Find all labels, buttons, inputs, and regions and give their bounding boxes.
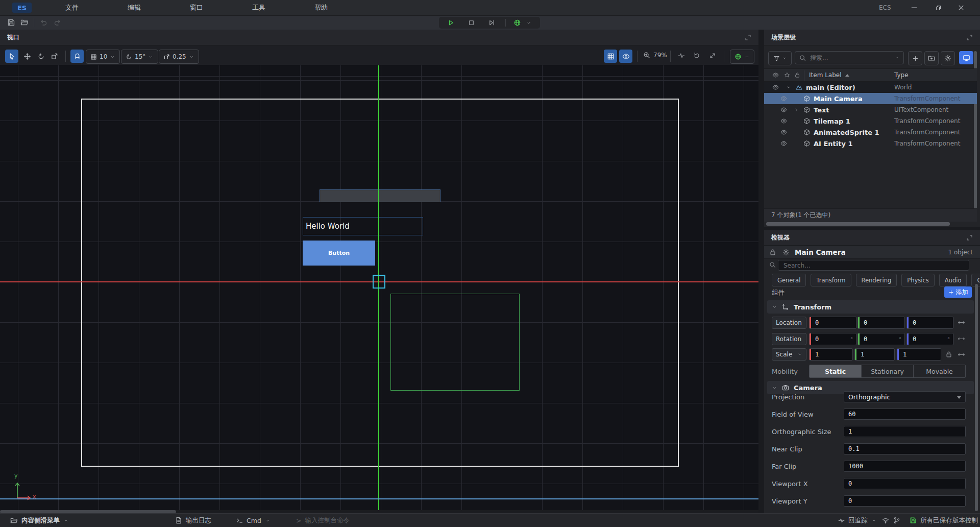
row-label[interactable]: Main Camera (814, 95, 863, 103)
launch-chevron-down-icon[interactable] (526, 20, 532, 26)
visibility-eye-icon[interactable] (780, 118, 787, 125)
location-x-field[interactable]: 0 (809, 317, 856, 329)
chevron-down-icon[interactable] (786, 84, 792, 90)
expand-panel-icon[interactable] (745, 34, 751, 41)
hierarchy-settings-button[interactable] (941, 51, 955, 65)
version-control-button[interactable]: 版本控制 (952, 514, 978, 527)
row-label[interactable]: Text (814, 106, 829, 114)
app-logo[interactable]: ES (12, 3, 32, 13)
visibility-eye-icon[interactable] (772, 84, 779, 91)
scale-y-field[interactable]: 1 (854, 348, 895, 361)
step-forward-button[interactable] (488, 19, 496, 27)
location-y-field[interactable]: 0 (857, 317, 905, 329)
save-icon[interactable] (7, 18, 15, 27)
close-button[interactable] (953, 0, 969, 15)
mobility-stationary[interactable]: Stationary (861, 365, 914, 377)
origin-gizmo-square[interactable] (373, 275, 385, 289)
hierarchy-row-animatedsprite[interactable]: AnimatedSprite 1 TransformComponent (764, 127, 977, 138)
far-clip-field[interactable]: 1000 (844, 461, 966, 472)
scale-z-field[interactable]: 1 (897, 348, 941, 361)
toggle-grid-button[interactable] (604, 50, 617, 63)
filter-dropdown[interactable] (768, 51, 792, 65)
scale-snap-dropdown[interactable]: 0.25 (159, 50, 199, 64)
inspector-search[interactable] (778, 260, 969, 271)
redo-icon[interactable] (53, 18, 61, 27)
ui-panel-bar[interactable] (320, 189, 440, 202)
location-z-field[interactable]: 0 (906, 317, 953, 329)
transform-section-header[interactable]: Transform (767, 300, 974, 314)
add-entity-button[interactable] (908, 51, 922, 65)
chevron-right-icon[interactable] (794, 107, 799, 113)
play-button[interactable] (447, 19, 455, 27)
inspector-search-input[interactable] (782, 261, 965, 270)
visibility-eye-icon[interactable] (780, 107, 787, 113)
visibility-eye-icon[interactable] (780, 140, 787, 147)
zoom-indicator[interactable]: 79% (643, 52, 667, 59)
entity-bounds-rect[interactable] (390, 294, 520, 391)
console-command-input[interactable]: > 输入控制台命令 (296, 514, 350, 527)
mobility-static[interactable]: Static (810, 365, 861, 377)
content-drawer-toggle[interactable]: 内容侧滑菜单 (10, 514, 69, 527)
viewport-y-field[interactable]: 0 (844, 495, 966, 507)
row-label[interactable]: Tilemap 1 (814, 117, 850, 125)
menu-file[interactable]: 文件 (65, 3, 79, 12)
toggle-visibility-button[interactable] (619, 50, 632, 63)
select-tool-button[interactable] (5, 50, 18, 63)
expand-panel-icon[interactable] (966, 234, 973, 241)
hierarchy-row-main-camera[interactable]: Main Camera TransformComponent (764, 93, 977, 104)
field-of-view-field[interactable]: 60 (844, 409, 966, 420)
visibility-eye-icon[interactable] (780, 95, 787, 102)
hierarchy-row-world[interactable]: main (Editor) World (764, 82, 977, 93)
launch-globe-icon[interactable] (513, 19, 521, 27)
minimize-button[interactable] (906, 0, 922, 15)
maximize-button[interactable] (930, 0, 946, 15)
mobility-movable[interactable]: Movable (914, 365, 965, 377)
hierarchy-row-text[interactable]: Text UITextComponent (764, 104, 977, 115)
open-folder-icon[interactable] (20, 18, 29, 27)
stop-button[interactable] (468, 19, 475, 27)
rotate-tool-button[interactable] (34, 50, 47, 63)
near-clip-field[interactable]: 0.1 (844, 443, 966, 454)
visibility-eye-icon[interactable] (780, 129, 787, 136)
scale-x-field[interactable]: 1 (809, 348, 853, 361)
link-axes-icon[interactable] (958, 335, 965, 343)
scale-dropdown[interactable]: Scale (772, 348, 806, 361)
hierarchy-search-input[interactable] (809, 54, 891, 62)
tab-general[interactable]: General (772, 274, 806, 286)
rotation-x-field[interactable]: 0° (809, 333, 856, 345)
type-column-header[interactable]: Type (894, 71, 909, 79)
add-folder-button[interactable] (924, 51, 939, 65)
cmd-dropdown[interactable]: Cmd (236, 514, 271, 527)
ui-text-element[interactable]: Hello World (303, 217, 423, 235)
menu-help[interactable]: 帮助 (314, 3, 328, 12)
sort-ascending-icon[interactable] (845, 74, 849, 77)
lock-open-icon[interactable] (769, 249, 776, 256)
orthographic-size-field[interactable]: 1 (844, 426, 966, 437)
inspector-vscrollbar-thumb[interactable] (975, 284, 978, 511)
network-status-icon[interactable] (882, 514, 889, 527)
screen-view-button[interactable] (959, 51, 973, 64)
link-axes-icon[interactable] (958, 351, 965, 358)
reset-view-icon[interactable] (693, 52, 700, 59)
viewport-x-field[interactable]: 0 (844, 478, 966, 489)
add-component-button[interactable]: 添加 (944, 286, 972, 298)
rotation-snap-dropdown[interactable]: 15° (121, 50, 158, 64)
snap-magnet-button[interactable] (70, 50, 84, 63)
hierarchy-search[interactable] (795, 51, 904, 64)
expand-panel-icon[interactable] (966, 34, 973, 41)
link-axes-icon[interactable] (958, 319, 965, 326)
traceback-dropdown[interactable]: 回追踪 (838, 514, 877, 527)
world-view-dropdown[interactable] (730, 50, 754, 64)
menu-window[interactable]: 窗口 (190, 3, 203, 12)
stats-pulse-icon[interactable] (678, 52, 685, 59)
visibility-column-eye-icon[interactable] (772, 72, 779, 79)
hierarchy-hscrollbar-thumb[interactable] (766, 222, 950, 226)
rotation-y-field[interactable]: 0° (857, 333, 905, 345)
output-log-button[interactable]: 输出日志 (175, 514, 211, 527)
menu-edit[interactable]: 编辑 (128, 3, 141, 12)
projection-dropdown[interactable]: Orthographic (844, 391, 966, 402)
save-status[interactable]: 所有已保存 (910, 514, 952, 527)
rotation-z-field[interactable]: 0° (906, 333, 953, 345)
row-label[interactable]: AI Entity 1 (814, 140, 853, 148)
source-branch-icon[interactable] (893, 514, 900, 527)
